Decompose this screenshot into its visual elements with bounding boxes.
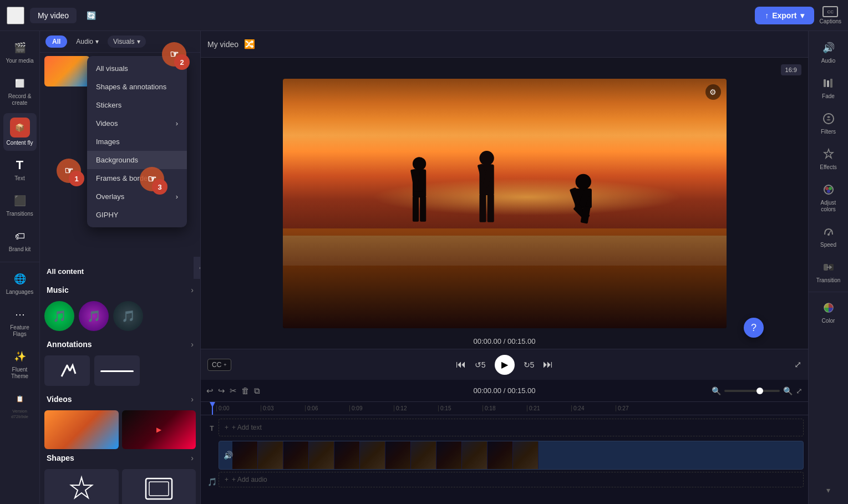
timeline-toolbar: ↩ ↪ ✂ 🗑 ⧉ 00:00.00 / 00:15.00 🔍 🔍 ⤢ — [201, 380, 808, 402]
dropdown-giphy[interactable]: GIPHY — [87, 206, 187, 224]
dropdown-overlays[interactable]: Overlays › — [87, 187, 187, 206]
dropdown-shapes-annotations[interactable]: Shapes & annotations — [87, 78, 187, 96]
play-button[interactable]: ▶ — [495, 355, 515, 375]
duplicate-button[interactable]: ⧉ — [254, 386, 260, 396]
cc-button[interactable]: CC + — [207, 359, 231, 371]
dropdown-backgrounds[interactable]: Backgrounds — [87, 151, 187, 169]
sidebar-item-filters[interactable]: Filters — [812, 106, 845, 140]
shapes-section-header: Shapes › — [44, 449, 196, 467]
redo-button[interactable]: ↪ — [218, 386, 225, 396]
skip-back-button[interactable]: ⏮ — [456, 359, 466, 370]
add-text-plus-icon: + — [225, 424, 228, 431]
brand-kit-icon: 🏷 — [12, 228, 28, 244]
music-item-2[interactable]: 🎵 — [79, 301, 109, 331]
sidebar-item-color[interactable]: Color — [812, 296, 845, 329]
zoom-in-icon[interactable]: 🔍 — [783, 386, 793, 395]
videos-expand-arrow[interactable]: › — [191, 395, 194, 404]
add-audio-button[interactable]: + + Add audio — [219, 472, 804, 487]
sidebar-item-fluent-theme[interactable]: ✨ Fluent Theme — [3, 344, 37, 384]
dropdown-all-visuals[interactable]: All visuals — [87, 59, 187, 78]
hamburger-button[interactable] — [7, 7, 24, 24]
zoom-track[interactable] — [724, 390, 780, 392]
export-button[interactable]: ↑ Export ▾ — [755, 7, 814, 24]
video-tab[interactable]: My video — [30, 8, 77, 23]
sidebar-item-text[interactable]: T Text — [3, 153, 37, 186]
ruler-mark-27: 0:27 — [616, 405, 660, 411]
rewind-5-button[interactable]: ↺5 — [475, 360, 486, 369]
cursor-indicator-1: ☞ 1 — [57, 159, 81, 183]
fit-icon[interactable]: ⤢ — [796, 386, 803, 395]
dropdown-stickers[interactable]: Stickers — [87, 96, 187, 114]
visuals-dropdown-chevron: ▾ — [137, 38, 140, 45]
version-icon: 📋 — [12, 391, 28, 406]
help-bubble[interactable]: ? — [744, 318, 764, 338]
sidebar-item-speed[interactable]: Speed — [812, 220, 845, 253]
magic-switch-icon[interactable]: 🔄 — [79, 8, 104, 23]
sidebar-item-record-create[interactable]: ⬜ Record & create — [3, 71, 37, 111]
sidebar-item-adjust-colors[interactable]: Adjust colors — [812, 177, 845, 217]
svg-point-28 — [827, 190, 830, 193]
sidebar-item-fade[interactable]: Fade — [812, 71, 845, 104]
music-expand-arrow[interactable]: › — [191, 286, 194, 294]
content-panel: All Audio ▾ Visuals ▾ All visuals Shapes… — [40, 31, 201, 504]
fullscreen-button[interactable]: ⤢ — [794, 359, 801, 370]
annotation-item-2[interactable] — [94, 355, 140, 386]
add-text-button[interactable]: + + Add text — [219, 419, 804, 436]
zoom-out-icon[interactable]: 🔍 — [712, 386, 721, 395]
thumb-1[interactable] — [44, 56, 90, 86]
visuals-filter-dropdown[interactable]: Visuals ▾ — [108, 35, 145, 48]
delete-button[interactable]: 🗑 — [241, 386, 250, 395]
filters-icon — [821, 111, 836, 126]
collapse-panel-button[interactable]: ‹ — [194, 257, 201, 279]
vt-9 — [436, 441, 462, 469]
svg-rect-8 — [420, 196, 426, 222]
forward-5-button[interactable]: ↻5 — [524, 360, 535, 369]
scroll-down-icon[interactable]: ▾ — [826, 486, 830, 495]
sidebar-item-version[interactable]: 📋 Versiond72b9de — [3, 386, 37, 424]
video-settings-icon[interactable]: ⚙ — [705, 84, 721, 100]
skip-forward-button[interactable]: ⏭ — [543, 359, 553, 370]
text-icon: T — [12, 157, 28, 173]
dropdown-frames-borders[interactable]: Frames & borders — [87, 169, 187, 187]
shape-item-frame[interactable] — [122, 469, 196, 504]
video-item-1[interactable] — [44, 410, 119, 449]
aspect-ratio-area: 16:9 — [781, 64, 801, 75]
sidebar-item-effects[interactable]: Effects — [812, 142, 845, 175]
annotations-section-header: Annotations › — [44, 335, 196, 353]
sidebar-item-brand-kit[interactable]: 🏷 Brand kit — [3, 224, 37, 257]
audio-filter-dropdown[interactable]: Audio ▾ — [70, 35, 104, 48]
playhead[interactable] — [212, 402, 213, 415]
annotations-expand-arrow[interactable]: › — [191, 340, 194, 349]
timeline-zoom-area: 🔍 🔍 ⤢ — [712, 386, 803, 395]
video-title-label: My video — [38, 11, 69, 20]
shape-item-star[interactable] — [44, 469, 119, 504]
your-media-icon: 🎬 — [12, 40, 28, 55]
magic-switch-button[interactable]: 🔀 — [244, 39, 255, 49]
sidebar-item-transitions[interactable]: ⬛ Transitions — [3, 189, 37, 222]
music-item-3[interactable]: 🎵 — [113, 301, 143, 331]
sidebar-item-content-fly[interactable]: 📦 Content fly — [3, 113, 37, 151]
annotation-item-1[interactable] — [44, 355, 90, 386]
video-thumbnails — [232, 441, 803, 469]
sidebar-item-languages[interactable]: 🌐 Languages — [3, 267, 37, 300]
ruler-mark-3: 0:03 — [261, 405, 305, 411]
captions-button[interactable]: CC Captions — [820, 6, 841, 24]
text-track-row: T + + Add text — [205, 419, 804, 439]
video-title: My video — [207, 40, 238, 49]
sidebar-item-feature-flags[interactable]: ⋯ Feature Flags — [3, 302, 37, 342]
sidebar-item-transition[interactable]: Transition — [812, 255, 845, 288]
cut-button[interactable]: ✂ — [230, 386, 237, 396]
shapes-expand-arrow[interactable]: › — [191, 454, 194, 462]
dropdown-videos[interactable]: Videos › — [87, 114, 187, 133]
sidebar-item-your-media[interactable]: 🎬 Your media — [3, 35, 37, 69]
all-filter-button[interactable]: All — [45, 35, 67, 48]
video-item-2[interactable]: ▶ — [122, 410, 196, 449]
left-sidebar: 🎬 Your media ⬜ Record & create 📦 Content… — [0, 31, 40, 504]
dropdown-images[interactable]: Images — [87, 133, 187, 151]
add-audio-plus-icon: + — [225, 476, 228, 483]
aspect-ratio-badge[interactable]: 16:9 — [781, 64, 801, 75]
music-item-1[interactable]: 🎵 — [44, 301, 74, 331]
sidebar-item-audio[interactable]: 🔊 Audio — [812, 35, 845, 69]
undo-button[interactable]: ↩ — [206, 386, 214, 396]
video-track[interactable]: 🔊 — [219, 441, 804, 470]
